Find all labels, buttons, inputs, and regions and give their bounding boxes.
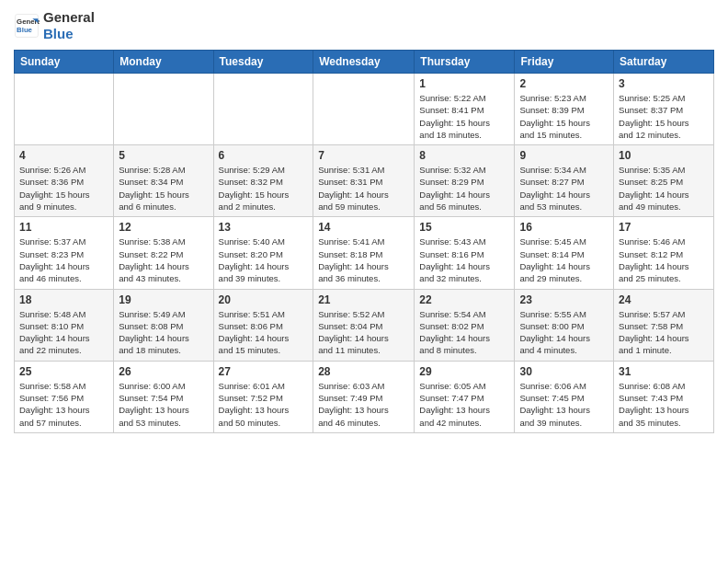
day-number: 1 (419, 77, 509, 90)
day-info: Sunrise: 5:58 AM Sunset: 7:56 PM Dayligh… (19, 380, 108, 429)
day-cell: 7Sunrise: 5:31 AM Sunset: 8:31 PM Daylig… (313, 145, 415, 217)
day-number: 25 (19, 365, 108, 378)
day-info: Sunrise: 5:41 AM Sunset: 8:18 PM Dayligh… (318, 236, 409, 284)
weekday-header-tuesday: Tuesday (213, 51, 313, 74)
day-cell: 28Sunrise: 6:03 AM Sunset: 7:49 PM Dayli… (313, 361, 415, 432)
day-cell: 25Sunrise: 5:58 AM Sunset: 7:56 PM Dayli… (15, 361, 114, 432)
weekday-header-thursday: Thursday (415, 51, 515, 74)
day-cell: 11Sunrise: 5:37 AM Sunset: 8:23 PM Dayli… (15, 217, 114, 289)
day-number: 10 (619, 149, 709, 162)
day-number: 18 (19, 293, 108, 306)
day-number: 6 (219, 149, 309, 162)
day-number: 15 (419, 221, 509, 234)
calendar: SundayMondayTuesdayWednesdayThursdayFrid… (14, 50, 714, 433)
day-info: Sunrise: 5:51 AM Sunset: 8:06 PM Dayligh… (219, 308, 309, 357)
day-info: Sunrise: 5:55 AM Sunset: 8:00 PM Dayligh… (519, 308, 609, 357)
day-info: Sunrise: 6:06 AM Sunset: 7:45 PM Dayligh… (519, 380, 609, 429)
day-cell: 17Sunrise: 5:46 AM Sunset: 8:12 PM Dayli… (614, 217, 714, 289)
day-info: Sunrise: 6:03 AM Sunset: 7:49 PM Dayligh… (318, 380, 409, 429)
logo: General Blue GeneralBlue (14, 9, 95, 42)
day-info: Sunrise: 5:43 AM Sunset: 8:16 PM Dayligh… (419, 236, 509, 284)
day-cell: 22Sunrise: 5:54 AM Sunset: 8:02 PM Dayli… (415, 289, 515, 361)
weekday-header-sunday: Sunday (15, 51, 114, 74)
day-info: Sunrise: 5:29 AM Sunset: 8:32 PM Dayligh… (219, 164, 309, 213)
day-number: 7 (318, 149, 409, 162)
day-info: Sunrise: 5:22 AM Sunset: 8:41 PM Dayligh… (419, 92, 509, 141)
day-cell: 2Sunrise: 5:23 AM Sunset: 8:39 PM Daylig… (515, 74, 614, 145)
day-number: 3 (619, 77, 709, 90)
weekday-header-row: SundayMondayTuesdayWednesdayThursdayFrid… (15, 51, 714, 74)
day-number: 30 (519, 365, 609, 378)
day-info: Sunrise: 5:45 AM Sunset: 8:14 PM Dayligh… (519, 236, 609, 284)
day-number: 16 (519, 221, 609, 234)
day-info: Sunrise: 5:48 AM Sunset: 8:10 PM Dayligh… (19, 308, 108, 357)
day-number: 14 (318, 221, 409, 234)
day-cell: 31Sunrise: 6:08 AM Sunset: 7:43 PM Dayli… (614, 361, 714, 432)
day-cell (114, 74, 213, 145)
day-info: Sunrise: 5:38 AM Sunset: 8:22 PM Dayligh… (119, 236, 208, 284)
day-cell: 24Sunrise: 5:57 AM Sunset: 7:58 PM Dayli… (614, 289, 714, 361)
day-cell: 20Sunrise: 5:51 AM Sunset: 8:06 PM Dayli… (213, 289, 313, 361)
day-cell: 6Sunrise: 5:29 AM Sunset: 8:32 PM Daylig… (213, 145, 313, 217)
day-number: 5 (119, 149, 208, 162)
day-number: 26 (119, 365, 208, 378)
day-cell (15, 74, 114, 145)
day-info: Sunrise: 5:37 AM Sunset: 8:23 PM Dayligh… (19, 236, 108, 284)
day-info: Sunrise: 5:54 AM Sunset: 8:02 PM Dayligh… (419, 308, 509, 357)
day-info: Sunrise: 6:08 AM Sunset: 7:43 PM Dayligh… (619, 380, 709, 429)
day-number: 17 (619, 221, 709, 234)
day-info: Sunrise: 5:23 AM Sunset: 8:39 PM Dayligh… (519, 92, 609, 141)
day-cell: 29Sunrise: 6:05 AM Sunset: 7:47 PM Dayli… (415, 361, 515, 432)
day-number: 29 (419, 365, 509, 378)
day-info: Sunrise: 5:52 AM Sunset: 8:04 PM Dayligh… (318, 308, 409, 357)
week-row-5: 25Sunrise: 5:58 AM Sunset: 7:56 PM Dayli… (15, 361, 714, 432)
weekday-header-monday: Monday (114, 51, 213, 74)
day-number: 20 (219, 293, 309, 306)
day-number: 31 (619, 365, 709, 378)
day-info: Sunrise: 5:46 AM Sunset: 8:12 PM Dayligh… (619, 236, 709, 284)
day-number: 19 (119, 293, 208, 306)
day-cell: 21Sunrise: 5:52 AM Sunset: 8:04 PM Dayli… (313, 289, 415, 361)
day-info: Sunrise: 6:00 AM Sunset: 7:54 PM Dayligh… (119, 380, 208, 429)
day-info: Sunrise: 5:26 AM Sunset: 8:36 PM Dayligh… (19, 164, 108, 213)
week-row-3: 11Sunrise: 5:37 AM Sunset: 8:23 PM Dayli… (15, 217, 714, 289)
day-cell: 9Sunrise: 5:34 AM Sunset: 8:27 PM Daylig… (515, 145, 614, 217)
day-number: 22 (419, 293, 509, 306)
day-number: 4 (19, 149, 108, 162)
day-cell: 26Sunrise: 6:00 AM Sunset: 7:54 PM Dayli… (114, 361, 213, 432)
day-number: 11 (19, 221, 108, 234)
logo-text: GeneralBlue (43, 9, 95, 42)
day-number: 27 (219, 365, 309, 378)
day-cell (313, 74, 415, 145)
day-number: 13 (219, 221, 309, 234)
day-cell: 10Sunrise: 5:35 AM Sunset: 8:25 PM Dayli… (614, 145, 714, 217)
day-cell (213, 74, 313, 145)
day-info: Sunrise: 5:34 AM Sunset: 8:27 PM Dayligh… (519, 164, 609, 213)
day-cell: 15Sunrise: 5:43 AM Sunset: 8:16 PM Dayli… (415, 217, 515, 289)
day-cell: 14Sunrise: 5:41 AM Sunset: 8:18 PM Dayli… (313, 217, 415, 289)
day-info: Sunrise: 5:40 AM Sunset: 8:20 PM Dayligh… (219, 236, 309, 284)
day-number: 23 (519, 293, 609, 306)
page: General Blue GeneralBlue SundayMondayTue… (0, 0, 728, 447)
day-cell: 12Sunrise: 5:38 AM Sunset: 8:22 PM Dayli… (114, 217, 213, 289)
day-cell: 18Sunrise: 5:48 AM Sunset: 8:10 PM Dayli… (15, 289, 114, 361)
day-number: 2 (519, 77, 609, 90)
day-info: Sunrise: 6:01 AM Sunset: 7:52 PM Dayligh… (219, 380, 309, 429)
day-number: 8 (419, 149, 509, 162)
day-info: Sunrise: 6:05 AM Sunset: 7:47 PM Dayligh… (419, 380, 509, 429)
weekday-header-friday: Friday (515, 51, 614, 74)
day-info: Sunrise: 5:28 AM Sunset: 8:34 PM Dayligh… (119, 164, 208, 213)
header: General Blue GeneralBlue (14, 9, 714, 42)
day-cell: 8Sunrise: 5:32 AM Sunset: 8:29 PM Daylig… (415, 145, 515, 217)
day-cell: 4Sunrise: 5:26 AM Sunset: 8:36 PM Daylig… (15, 145, 114, 217)
day-cell: 19Sunrise: 5:49 AM Sunset: 8:08 PM Dayli… (114, 289, 213, 361)
day-number: 9 (519, 149, 609, 162)
week-row-1: 1Sunrise: 5:22 AM Sunset: 8:41 PM Daylig… (15, 74, 714, 145)
day-number: 24 (619, 293, 709, 306)
weekday-header-wednesday: Wednesday (313, 51, 415, 74)
day-number: 28 (318, 365, 409, 378)
day-cell: 5Sunrise: 5:28 AM Sunset: 8:34 PM Daylig… (114, 145, 213, 217)
svg-text:Blue: Blue (17, 26, 33, 34)
day-cell: 23Sunrise: 5:55 AM Sunset: 8:00 PM Dayli… (515, 289, 614, 361)
day-cell: 27Sunrise: 6:01 AM Sunset: 7:52 PM Dayli… (213, 361, 313, 432)
